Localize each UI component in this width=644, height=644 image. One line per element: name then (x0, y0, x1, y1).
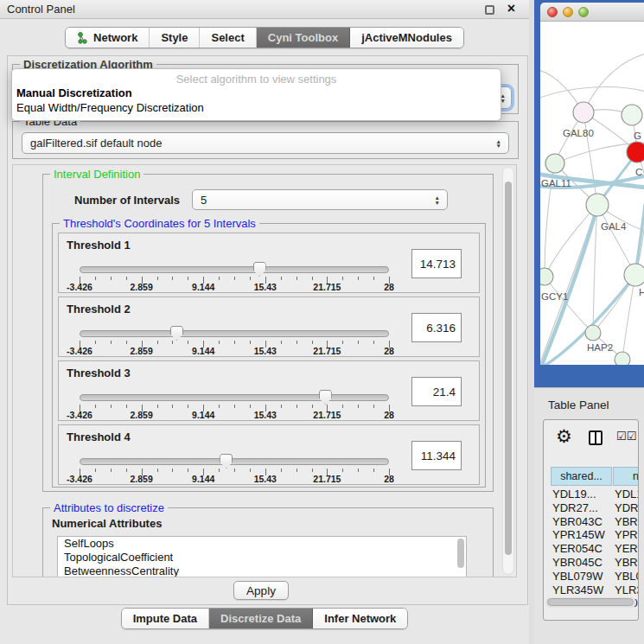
checkbox-icons[interactable]: ☑☑ (616, 430, 636, 443)
tab-jactivemnodules[interactable]: jActiveMNodules (350, 28, 463, 48)
tab-style[interactable]: Style (150, 28, 200, 48)
slider-handle[interactable] (170, 326, 183, 341)
network-view-window: GAL80GCGAL11GAL4GCY1HHAP2 (534, 0, 644, 387)
tick-label: 2.859 (130, 282, 152, 292)
control-panel-titlebar: Control Panel × (0, 0, 529, 19)
tab-impute-data[interactable]: Impute Data (122, 609, 209, 628)
settings-scrollbar[interactable] (502, 167, 514, 575)
number-of-intervals-label: Number of Intervals (74, 194, 180, 207)
table-row[interactable]: YDR27...YDR2 (544, 501, 638, 515)
table-row[interactable]: YER054CYER0 (544, 542, 638, 556)
threshold-2-value[interactable]: 6.316 (411, 313, 462, 342)
split-columns-icon[interactable] (589, 430, 603, 445)
dropdown-option-equal-width-frequency[interactable]: Equal Width/Frequency Discretization (12, 100, 501, 115)
table-row[interactable]: YBL079WYBL0 (544, 570, 638, 583)
attribute-list-item[interactable]: TopologicalCoefficient (58, 551, 466, 564)
tab-infer-network[interactable]: Infer Network (313, 609, 407, 628)
threshold-2-slider[interactable] (80, 330, 389, 337)
tab-cyni-toolbox[interactable]: Cyni Toolbox (257, 28, 350, 48)
attributes-group: Attributes to discretize Numerical Attri… (42, 507, 494, 577)
threshold-1-panel: Threshold 1 -3.4262.8599.14415.4321.7152… (58, 233, 480, 293)
table-row[interactable]: YBR043CYBR0 (544, 515, 638, 529)
table-row[interactable]: YBR045CYBR0 (544, 556, 638, 570)
top-tab-bar: Network Style Select Cyni Toolbox jActiv… (0, 27, 529, 48)
table-row[interactable]: YPR145WYPR1 (544, 528, 638, 542)
tick-label: 2.859 (130, 474, 152, 484)
column-header-name[interactable]: na (613, 467, 639, 486)
tab-network[interactable]: Network (66, 28, 150, 48)
tick-label: 15.43 (254, 282, 277, 292)
attribute-list-item[interactable]: BetweennessCentrality (58, 564, 466, 577)
cell-name: YBR0 (615, 556, 639, 569)
cell-name: YBR0 (615, 515, 639, 528)
tick-label: -3.426 (67, 410, 92, 420)
tick-label: 2.859 (130, 346, 152, 356)
slider-handle[interactable] (220, 454, 233, 469)
threshold-1-value[interactable]: 14.713 (411, 249, 462, 278)
threshold-3-panel: Threshold 3 -3.4262.8599.14415.4321.7152… (58, 360, 480, 421)
zoom-traffic-light-icon[interactable] (578, 7, 589, 17)
number-of-intervals-combobox[interactable]: 5 ▲▼ (192, 189, 448, 210)
numerical-attributes-list[interactable]: SelfLoopsTopologicalCoefficientBetweenne… (57, 536, 467, 577)
attribute-list-item[interactable]: SelfLoops (58, 537, 466, 551)
minimize-traffic-light-icon[interactable] (563, 7, 573, 17)
cell-shared-name: YLR345W (552, 583, 603, 596)
table-data-combobox[interactable]: galFiltered.sif default node ▲▼ (22, 132, 509, 154)
slider-handle[interactable] (253, 262, 266, 277)
tick-label: 28 (384, 346, 394, 356)
tick-label: 21.715 (313, 282, 341, 292)
settings-scroll-area: Interval Definition Number of Intervals … (12, 164, 517, 577)
node-table-card: ⚙ ☑☑ shared... na YDL19...YDL1YDR27...YD… (543, 419, 639, 621)
window-title: Control Panel (7, 3, 75, 16)
close-icon[interactable]: × (507, 1, 515, 16)
table-panel: Table Panel ⚙ ☑☑ shared... na YDL19...YD… (534, 387, 644, 644)
cell-shared-name: YBR045C (552, 556, 603, 569)
network-icon (77, 32, 88, 44)
cell-name: YDR2 (615, 501, 639, 514)
close-traffic-light-icon[interactable] (547, 7, 558, 17)
list-scrollbar[interactable] (457, 539, 464, 568)
dropdown-prompt: Select algorithm to view settings (12, 69, 501, 86)
network-canvas[interactable]: GAL80GCGAL11GAL4GCY1HHAP2 (540, 22, 644, 365)
cell-name: YER0 (615, 542, 639, 555)
threshold-3-slider[interactable] (80, 394, 389, 401)
scrollbar-thumb[interactable] (547, 598, 634, 606)
bottom-tab-bar: Impute Data Discretize Data Infer Networ… (0, 608, 529, 629)
tick-label: 9.144 (192, 474, 214, 484)
column-header-shared-name[interactable]: shared... (551, 467, 612, 486)
cell-name: YDL1 (615, 488, 639, 501)
threshold-3-value[interactable]: 21.4 (411, 377, 462, 406)
table-rows: YDL19...YDL1YDR27...YDR2YBR043CYBR0YPR14… (544, 488, 638, 610)
numerical-attributes-label: Numerical Attributes (52, 517, 162, 530)
table-header: shared... na (544, 467, 638, 486)
gear-icon[interactable]: ⚙ (556, 427, 572, 446)
tick-label: -3.426 (67, 474, 92, 484)
table-data-group: Table Data galFiltered.sif default node … (12, 121, 519, 159)
table-row[interactable]: YLR345WYLR3 (544, 583, 638, 597)
svg-text:GAL11: GAL11 (541, 178, 571, 188)
threshold-4-panel: Threshold 4 -3.4262.8599.14415.4321.7152… (58, 424, 480, 485)
tick-label: 21.715 (313, 474, 341, 484)
dropdown-option-manual-discretization[interactable]: Manual Discretization (12, 86, 501, 100)
scrollbar-thumb[interactable] (505, 182, 512, 555)
network-graph: GAL80GCGAL11GAL4GCY1HHAP2 (540, 22, 644, 365)
tick-label: 2.859 (130, 410, 152, 420)
svg-text:C: C (635, 167, 642, 177)
cell-name: YPR1 (615, 528, 639, 541)
tab-select[interactable]: Select (200, 28, 256, 48)
float-window-icon[interactable] (485, 5, 494, 15)
slider-handle[interactable] (319, 390, 332, 405)
threshold-1-slider[interactable] (80, 266, 389, 273)
svg-text:G: G (634, 131, 641, 141)
group-label: Threshold's Coordinates for 5 Intervals (60, 217, 259, 230)
table-row[interactable]: YDL19...YDL1 (544, 488, 638, 501)
table-horizontal-scrollbar[interactable] (545, 597, 636, 608)
tab-discretize-data[interactable]: Discretize Data (209, 609, 313, 628)
threshold-4-slider[interactable] (80, 458, 389, 465)
cell-shared-name: YPR145W (552, 528, 605, 541)
cell-shared-name: YBL079W (552, 570, 603, 583)
threshold-4-value[interactable]: 11.344 (411, 441, 462, 470)
tick-label: 15.43 (254, 474, 277, 484)
tick-label: 15.43 (254, 410, 277, 420)
apply-button[interactable]: Apply (233, 581, 289, 600)
